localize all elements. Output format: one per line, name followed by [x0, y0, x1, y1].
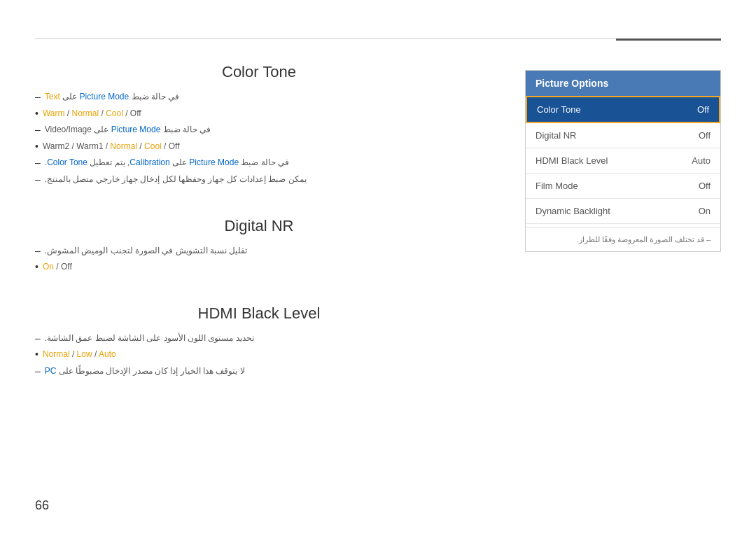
panel-item-digital-nr[interactable]: Digital NR Off	[526, 123, 720, 148]
panel-item-digital-nr-label: Digital NR	[536, 130, 577, 141]
color-tone-line5: في حالة ضبط Picture Mode على Calibration…	[35, 155, 483, 171]
panel-item-color-tone-value: Off	[697, 104, 709, 115]
page-number: 66	[35, 498, 49, 513]
panel-item-color-tone[interactable]: Color Tone Off	[526, 96, 720, 123]
color-tone-section: Color Tone في حالة ضبط Picture Mode على …	[35, 63, 483, 188]
digital-nr-content: تقليل نسبة التشويش في الصورة لتجنب الومي…	[35, 244, 483, 275]
panel-item-dynamic-value: On	[699, 206, 710, 216]
main-content: Color Tone في حالة ضبط Picture Mode على …	[35, 49, 483, 381]
hdmi-black-level-title: HDMI Black Level	[35, 304, 483, 323]
panel-item-dynamic-backlight[interactable]: Dynamic Backlight On	[526, 199, 720, 224]
color-tone-title: Color Tone	[35, 63, 483, 81]
hdmi-line3: لا يتوقف هذا الخيار إذا كان مصدر الإدخال…	[35, 364, 483, 379]
top-accent-line	[616, 38, 721, 41]
digital-nr-line2: On / Off	[35, 260, 483, 275]
hdmi-black-level-content: تحديد مستوى اللون الأسود على الشاشة لضبط…	[35, 331, 483, 379]
panel-item-hdmi-black-level[interactable]: HDMI Black Level Auto	[526, 148, 720, 174]
panel-item-hdmi-value: Auto	[692, 155, 710, 166]
panel-header: Picture Options	[526, 71, 720, 96]
panel-item-hdmi-label: HDMI Black Level	[536, 155, 608, 166]
digital-nr-line1: تقليل نسبة التشويش في الصورة لتجنب الومي…	[35, 244, 483, 259]
digital-nr-section: Digital NR تقليل نسبة التشويش في الصورة …	[35, 217, 483, 275]
digital-nr-title: Digital NR	[35, 217, 483, 235]
color-tone-line2: Warm / Normal / Cool / Off	[35, 106, 483, 122]
panel-item-color-tone-label: Color Tone	[537, 104, 581, 115]
panel-note: – قد تختلف الصورة المعروضة وفقًا للطراز.	[526, 227, 720, 251]
hdmi-line1: تحديد مستوى اللون الأسود على الشاشة لضبط…	[35, 331, 483, 346]
panel-item-film-value: Off	[699, 181, 710, 191]
hdmi-line2: Normal / Low / Auto	[35, 347, 483, 363]
color-tone-line3: في حالة ضبط Picture Mode على Video/Image	[35, 122, 483, 138]
color-tone-line1: في حالة ضبط Picture Mode على Text	[35, 90, 483, 105]
color-tone-content: في حالة ضبط Picture Mode على Text Warm /…	[35, 90, 483, 188]
panel-item-film-mode[interactable]: Film Mode Off	[526, 174, 720, 199]
color-tone-line6: يمكن ضبط إعدادات كل جهاز وحفظها لكل إدخا…	[35, 172, 483, 188]
panel-item-film-label: Film Mode	[536, 181, 578, 191]
picture-options-panel: Picture Options Color Tone Off Digital N…	[525, 70, 721, 252]
panel-item-digital-nr-value: Off	[699, 130, 710, 141]
color-tone-line4: Warm2 / Warm1 / Normal / Cool / Off	[35, 139, 483, 155]
hdmi-black-level-section: HDMI Black Level تحديد مستوى اللون الأسو…	[35, 304, 483, 379]
panel-item-dynamic-label: Dynamic Backlight	[536, 206, 610, 216]
